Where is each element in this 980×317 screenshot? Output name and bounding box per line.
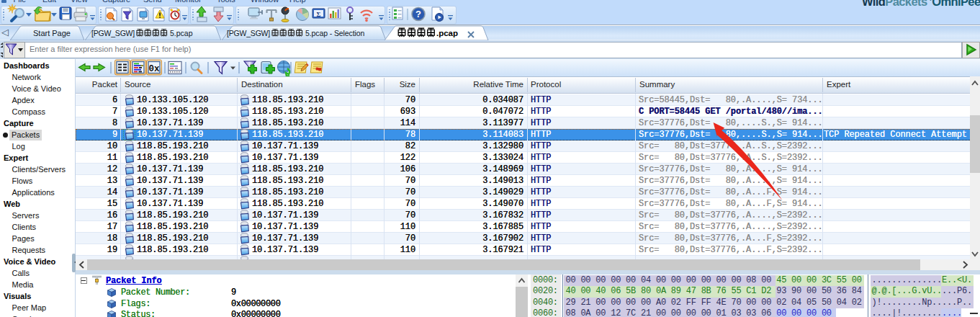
svg-text:0x: 0x (148, 64, 160, 74)
svg-text:5.pcap - Selection: 5.pcap - Selection (305, 29, 365, 37)
svg-text:?: ? (415, 9, 421, 19)
svg-text:5.pcap: 5.pcap (170, 29, 193, 37)
svg-text:[PGW_SGW]: [PGW_SGW] (91, 29, 135, 37)
svg-text:.pcap: .pcap (436, 29, 458, 37)
svg-text:Start Page: Start Page (33, 29, 71, 37)
svg-text:Σ: Σ (317, 11, 321, 18)
svg-text:[PGW_SGW]: [PGW_SGW] (227, 29, 270, 37)
